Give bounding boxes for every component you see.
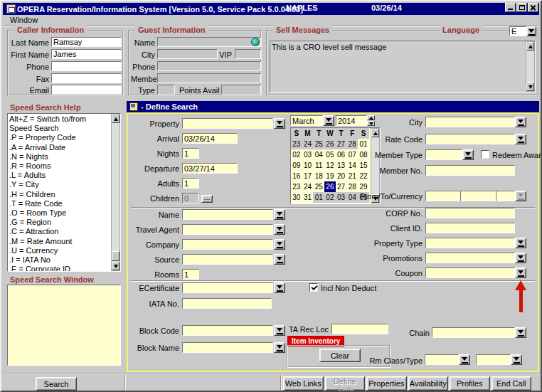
rm-type-dropdown-button[interactable] <box>511 354 522 365</box>
footer-nav-button[interactable]: End Call <box>491 376 532 391</box>
property-input[interactable] <box>182 118 273 129</box>
footer-nav-button[interactable]: Web Links <box>283 376 324 391</box>
rm-class-input[interactable] <box>425 354 459 365</box>
list-item: .M = Rate Amount <box>9 237 109 246</box>
calendar-day-cell[interactable]: 16 <box>291 171 302 181</box>
footer-nav-button[interactable]: Availability <box>408 376 449 391</box>
from-input[interactable] <box>425 191 460 201</box>
block-name-input[interactable] <box>182 342 273 353</box>
calendar-day-cell[interactable]: 03 <box>302 149 314 160</box>
calendar-month-input[interactable] <box>290 115 323 126</box>
departure-input[interactable] <box>182 163 238 174</box>
company-dropdown-button[interactable] <box>274 239 285 250</box>
arrival-input[interactable] <box>182 133 238 144</box>
member-no-input[interactable] <box>425 165 515 176</box>
footer-nav-button[interactable]: Properties <box>366 376 407 391</box>
calendar-day-cell[interactable]: 02 <box>291 149 302 160</box>
calendar-day-cell[interactable]: 27 <box>336 181 347 192</box>
clear-button[interactable]: Clear <box>319 349 361 362</box>
source-input[interactable] <box>182 254 273 265</box>
last-name-input[interactable] <box>51 37 122 47</box>
property-dropdown-button[interactable] <box>274 118 285 129</box>
chain-label: Chain <box>371 329 430 338</box>
rm-type-input[interactable] <box>476 354 511 365</box>
menu-window[interactable]: Window <box>8 16 40 24</box>
member-type-input[interactable] <box>425 149 462 160</box>
corp-no-input[interactable] <box>425 208 515 218</box>
calendar-day-cell[interactable]: 23 <box>291 181 302 192</box>
maximize-button[interactable] <box>516 3 527 12</box>
client-id-input[interactable] <box>425 223 515 233</box>
caller-fax-input[interactable] <box>51 73 122 83</box>
language-input[interactable] <box>509 26 526 36</box>
calendar-day-cell[interactable]: 28 <box>346 181 358 192</box>
rate-code-dropdown-button[interactable] <box>515 134 526 144</box>
city-input[interactable] <box>425 117 515 127</box>
rooms-input[interactable] <box>182 269 199 280</box>
rate-code-input[interactable] <box>425 134 515 144</box>
speed-search-window-box[interactable] <box>7 285 121 366</box>
calendar-day-cell[interactable]: 31 <box>302 192 314 203</box>
calendar-day-cell[interactable]: 17 <box>302 171 314 181</box>
calendar-day-cell[interactable]: 01 <box>313 192 324 203</box>
calendar-day-cell[interactable]: 11 <box>313 160 324 171</box>
city-dropdown-button[interactable] <box>515 117 526 127</box>
name-input[interactable] <box>182 209 273 220</box>
calendar-day-cell[interactable]: 23 <box>291 139 302 149</box>
name-dropdown-button[interactable] <box>274 209 285 220</box>
calendar-day-cell[interactable]: 25 <box>313 181 324 192</box>
chain-input[interactable] <box>432 327 515 338</box>
calendar-day-cell[interactable]: 04 <box>313 149 324 160</box>
list-item: .Y = City <box>9 180 109 189</box>
promotions-input[interactable] <box>425 253 515 263</box>
language-dropdown-button[interactable] <box>526 26 536 36</box>
incl-non-deduct-checkbox[interactable] <box>309 283 318 292</box>
footer-nav-button[interactable]: Profiles <box>450 376 490 391</box>
source-dropdown-button[interactable] <box>274 254 285 265</box>
footer-nav-button[interactable]: Define Srch <box>325 376 366 391</box>
speed-search-help-list[interactable]: Alt+Z = Switch to/from Speed Search.P = … <box>7 113 121 272</box>
caller-email-input[interactable] <box>51 85 122 95</box>
redeem-award-checkbox[interactable] <box>481 150 489 159</box>
ecertificate-input[interactable] <box>182 282 273 293</box>
chain-dropdown-button[interactable] <box>515 327 526 338</box>
property-type-input[interactable] <box>425 238 515 248</box>
iata-no-input[interactable] <box>182 298 272 309</box>
member-type-dropdown-button[interactable] <box>462 149 474 160</box>
ecertificate-dropdown-button[interactable] <box>274 282 285 293</box>
travel-agent-dropdown-button[interactable] <box>274 224 285 235</box>
minimize-button[interactable] <box>505 3 516 12</box>
caller-phone-input[interactable] <box>51 61 122 71</box>
calendar-day-cell[interactable]: 10 <box>302 160 314 171</box>
scroll-down-icon[interactable] <box>526 83 534 91</box>
coupon-dropdown-button[interactable] <box>515 267 526 278</box>
calendar-day-cell[interactable]: 30 <box>291 192 302 203</box>
block-name-dropdown-button[interactable] <box>274 342 285 353</box>
calendar-day-cell[interactable]: 26 <box>324 181 336 192</box>
calendar-day-cell[interactable]: 29 <box>358 181 369 192</box>
calendar-day-cell[interactable]: 25 <box>313 139 324 149</box>
promotions-dropdown-button[interactable] <box>515 253 526 263</box>
travel-agent-input[interactable] <box>182 224 273 235</box>
rm-class-dropdown-button[interactable] <box>459 354 470 365</box>
search-button[interactable]: Search <box>36 377 77 391</box>
children-ellipsis-button[interactable]: ... <box>201 195 213 203</box>
company-input[interactable] <box>182 239 273 250</box>
property-type-dropdown-button[interactable] <box>515 238 526 248</box>
calendar-day-cell[interactable]: 18 <box>313 171 324 181</box>
calendar-day-cell[interactable]: 24 <box>302 181 314 192</box>
to-input[interactable] <box>460 191 496 201</box>
nights-input[interactable] <box>182 148 199 159</box>
calendar-day-cell[interactable]: 09 <box>291 160 302 171</box>
calendar-day-cell[interactable]: 24 <box>302 139 314 149</box>
adults-input[interactable] <box>182 178 199 189</box>
guest-name-field <box>157 37 261 47</box>
coupon-input[interactable] <box>425 267 515 278</box>
adults-label: Adults <box>115 179 179 189</box>
first-name-input[interactable] <box>51 49 122 59</box>
block-code-input[interactable] <box>182 325 273 336</box>
currency-input[interactable] <box>496 191 515 201</box>
rm-class-type-label: Rm Class/Type <box>357 356 423 366</box>
scroll-up-icon[interactable] <box>526 42 534 51</box>
close-button[interactable] <box>528 3 538 12</box>
